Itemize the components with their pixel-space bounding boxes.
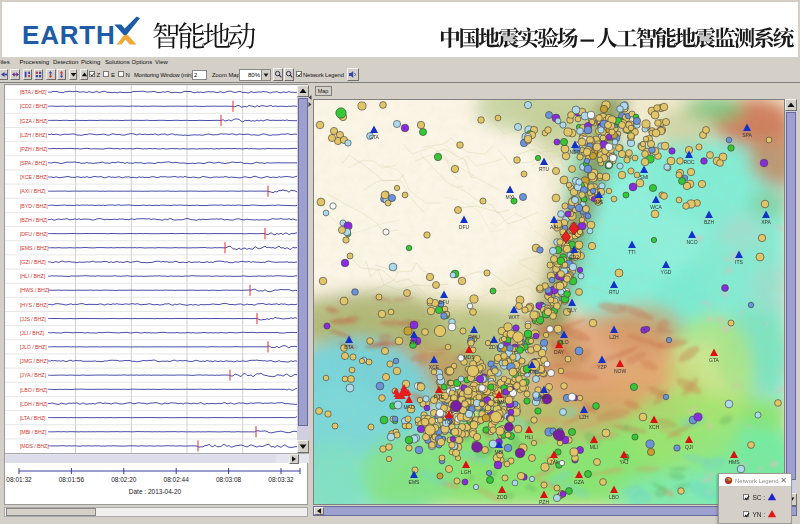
svg-text:NCO: NCO	[686, 239, 697, 245]
svg-text:PGE: PGE	[434, 394, 445, 400]
svg-text:[MDS / BHZ]: [MDS / BHZ]	[20, 443, 49, 449]
svg-text:XCE: XCE	[429, 364, 440, 370]
svg-text:LBO: LBO	[609, 494, 619, 500]
svg-text:[MBI / BHZ]: [MBI / BHZ]	[20, 429, 47, 435]
svg-text:NOW: NOW	[614, 368, 627, 374]
svg-text:[JJS / BHZ]: [JJS / BHZ]	[20, 316, 46, 322]
svg-text:DAY: DAY	[554, 349, 565, 355]
svg-text:HLI: HLI	[525, 434, 533, 440]
svg-text:SMI: SMI	[640, 174, 649, 180]
svg-text:LTA: LTA	[410, 339, 419, 345]
svg-text:EMS: EMS	[409, 479, 421, 485]
svg-text:TQX: TQX	[444, 419, 455, 425]
svg-text:WXT: WXT	[508, 314, 519, 320]
svg-text:[JLI / BHZ]: [JLI / BHZ]	[20, 330, 45, 336]
svg-text:08:02:44: 08:02:44	[164, 476, 190, 483]
svg-text:ITS: ITS	[735, 259, 743, 265]
svg-text:JYA: JYA	[550, 459, 559, 465]
svg-text:[PZH / BHZ]: [PZH / BHZ]	[20, 146, 48, 152]
svg-text:ZDY: ZDY	[489, 344, 500, 350]
svg-text:[LDH / BHZ]: [LDH / BHZ]	[20, 401, 48, 407]
svg-text:[BZH / BHZ]: [BZH / BHZ]	[20, 217, 48, 223]
svg-text:[EMS / BHZ]: [EMS / BHZ]	[20, 245, 49, 251]
svg-text:HMS: HMS	[728, 459, 740, 465]
svg-text:08:01:56: 08:01:56	[59, 476, 85, 483]
svg-text:08:03:32: 08:03:32	[268, 476, 294, 483]
svg-text:BTA: BTA	[344, 344, 354, 350]
svg-text:XCH: XCH	[649, 424, 660, 430]
svg-text:LZH: LZH	[609, 334, 619, 340]
svg-text:[LBO / BHZ]: [LBO / BHZ]	[20, 387, 48, 393]
svg-text:[HWS / BHZ]: [HWS / BHZ]	[20, 287, 50, 293]
svg-text:[CD2 / BHZ]: [CD2 / BHZ]	[20, 103, 48, 109]
svg-text:[JMG / BHZ]: [JMG / BHZ]	[20, 358, 49, 364]
svg-text:NEG: NEG	[570, 149, 581, 155]
svg-text:QLY: QLY	[567, 307, 577, 313]
svg-text:JJS: JJS	[595, 199, 604, 205]
svg-text:ZOD: ZOD	[497, 494, 508, 500]
svg-text:LZH: LZH	[579, 414, 589, 420]
svg-text:MBI: MBI	[495, 449, 504, 455]
svg-text:[SPA / BHZ]: [SPA / BHZ]	[20, 160, 47, 166]
svg-text:GZA: GZA	[574, 479, 585, 485]
svg-text:[HYS / BHZ]: [HYS / BHZ]	[20, 302, 48, 308]
svg-text:MDS: MDS	[463, 354, 475, 360]
svg-text:RTU: RTU	[539, 166, 550, 172]
svg-text:DFU: DFU	[459, 224, 470, 230]
svg-text:[BYD / BHZ]: [BYD / BHZ]	[20, 203, 48, 209]
svg-text:[DFU / BHZ]: [DFU / BHZ]	[20, 231, 48, 237]
svg-text:[LZH / BHZ]: [LZH / BHZ]	[20, 132, 47, 138]
svg-text:QJI: QJI	[685, 444, 693, 450]
svg-text:YUM: YUM	[493, 399, 504, 405]
svg-text:WCA: WCA	[650, 204, 662, 210]
svg-text:AXI: AXI	[528, 369, 536, 375]
svg-text:LGH: LGH	[461, 469, 472, 475]
svg-text:AXI: AXI	[550, 224, 558, 230]
svg-text:PZH: PZH	[539, 499, 549, 505]
svg-text:HWS: HWS	[538, 394, 550, 400]
svg-text:[GZA / BHZ]: [GZA / BHZ]	[20, 118, 48, 124]
svg-text:[AXI / BHZ]: [AXI / BHZ]	[20, 188, 46, 194]
svg-text:08:01:32: 08:01:32	[6, 476, 32, 483]
svg-text:SPA: SPA	[742, 132, 752, 138]
svg-text:[LTA / BHZ]: [LTA / BHZ]	[20, 415, 46, 421]
svg-text:DFU: DFU	[439, 299, 450, 305]
svg-text:YGD: YGD	[661, 269, 672, 275]
svg-text:MLI: MLI	[590, 444, 598, 450]
svg-text:MAD: MAD	[403, 404, 415, 410]
svg-text:EARTH: EARTH	[22, 20, 116, 50]
svg-text:MXI: MXI	[506, 194, 515, 200]
svg-text:YAJ: YAJ	[620, 459, 629, 465]
svg-text:[BTA / BHZ]: [BTA / BHZ]	[20, 89, 47, 95]
svg-text:GTA: GTA	[709, 357, 720, 363]
svg-text:Date : 2013-04-20: Date : 2013-04-20	[129, 488, 182, 495]
svg-text:[JYA / BHZ]: [JYA / BHZ]	[20, 372, 47, 378]
svg-text:[GZI / BHZ]: [GZI / BHZ]	[20, 259, 46, 265]
svg-text:CD2: CD2	[569, 254, 579, 260]
svg-text:RTU: RTU	[609, 289, 620, 295]
svg-text:08:02:20: 08:02:20	[111, 476, 137, 483]
svg-text:08:03:08: 08:03:08	[216, 476, 242, 483]
svg-text:[XCE / BHZ]: [XCE / BHZ]	[20, 174, 48, 180]
svg-text:GTA: GTA	[369, 134, 380, 140]
svg-text:[HLI / BHZ]: [HLI / BHZ]	[20, 273, 46, 279]
svg-text:ROC: ROC	[683, 159, 695, 165]
svg-text:PWU: PWU	[468, 334, 480, 340]
svg-text:[JLO / BHZ]: [JLO / BHZ]	[20, 344, 47, 350]
svg-text:TTI: TTI	[628, 249, 636, 255]
svg-text:XPA: XPA	[761, 219, 771, 225]
svg-text:YZP: YZP	[597, 364, 607, 370]
svg-text:BZH: BZH	[704, 219, 714, 225]
